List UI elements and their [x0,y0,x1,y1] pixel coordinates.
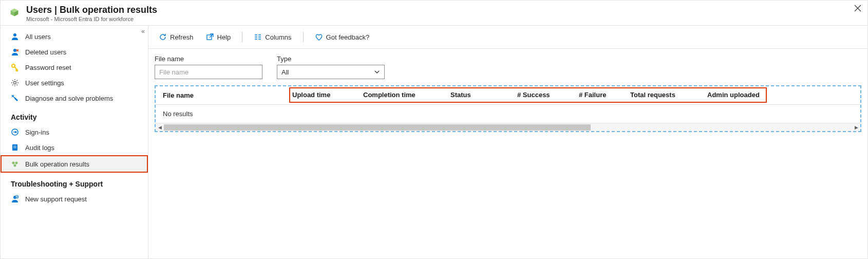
sidebar-item-label: Deleted users [25,48,66,56]
page-subtitle: Microsoft - Microsoft Entra ID for workf… [26,16,157,22]
horizontal-scrollbar[interactable]: ◀ ▶ [156,123,860,131]
user-icon [11,32,19,41]
sidebar-group-troubleshooting: Troubleshooting + Support [1,173,148,191]
sidebar-item-label: Bulk operation results [25,160,89,168]
chevron-down-icon [374,69,380,75]
column-header-upload-time[interactable]: Upload time [289,87,361,103]
columns-label: Columns [265,33,291,41]
heart-icon [315,33,323,41]
refresh-button[interactable]: Refresh [155,31,198,43]
page-title: Users | Bulk operation results [26,5,157,15]
sidebar: « All users Deleted users Password reset… [1,26,148,259]
scroll-track[interactable] [164,124,852,131]
column-header-success[interactable]: # Success [515,87,577,103]
collapse-sidebar-button[interactable]: « [141,28,145,35]
svg-point-3 [14,82,16,84]
svg-point-10 [14,164,16,167]
no-results-message: No results [156,105,860,123]
feedback-button[interactable]: Got feedback? [311,31,374,43]
arrow-circle-icon [11,128,19,136]
scroll-left-arrow[interactable]: ◀ [156,123,164,132]
svg-rect-7 [13,147,16,148]
book-icon [11,143,19,152]
column-header-failure[interactable]: # Failure [577,87,628,103]
svg-rect-13 [207,35,212,40]
toolbar: Refresh Help Columns Got feedback? [148,26,867,49]
svg-point-1 [13,49,16,52]
svg-point-0 [13,33,16,36]
filter-bar: File name Type All [148,49,867,80]
sidebar-item-password-reset[interactable]: Password reset [1,60,148,75]
results-table: File name Upload time Completion time St… [155,85,861,132]
help-label: Help [217,33,231,41]
sidebar-item-sign-ins[interactable]: Sign-ins [1,124,148,140]
page-header: Users | Bulk operation results Microsoft… [1,1,867,26]
column-header-file-name[interactable]: File name [156,86,289,104]
sidebar-item-label: New support request [25,195,87,203]
sidebar-item-diagnose[interactable]: Diagnose and solve problems [1,90,148,106]
sidebar-item-new-support[interactable]: New support request [1,191,148,207]
sidebar-group-activity: Activity [1,106,148,124]
sidebar-item-label: All users [25,33,51,41]
toolbar-separator [303,32,304,42]
key-icon [11,63,19,71]
columns-button[interactable]: Columns [250,31,295,43]
sidebar-item-label: Diagnose and solve problems [25,95,113,102]
type-select[interactable]: All [277,65,385,79]
support-icon [11,195,19,203]
sidebar-item-label: User settings [25,79,64,87]
sidebar-item-label: Password reset [25,64,71,71]
sidebar-item-label: Audit logs [25,144,54,152]
scroll-thumb[interactable] [164,124,591,131]
column-header-completion-time[interactable]: Completion time [361,87,448,103]
columns-icon [254,33,262,41]
scroll-right-arrow[interactable]: ▶ [852,123,860,132]
column-header-admin[interactable]: Admin uploaded [705,87,767,103]
user-x-icon [11,48,19,56]
close-icon [854,5,861,12]
sidebar-item-user-settings[interactable]: User settings [1,75,148,90]
external-link-icon [206,33,214,41]
wrench-icon [11,94,19,102]
column-header-status[interactable]: Status [448,87,515,103]
filename-filter-label: File name [155,55,262,63]
refresh-label: Refresh [170,33,194,41]
sidebar-item-audit-logs[interactable]: Audit logs [1,140,148,155]
column-header-total[interactable]: Total requests [628,87,705,103]
svg-point-9 [15,162,18,164]
filename-input[interactable] [155,65,262,79]
sidebar-item-deleted-users[interactable]: Deleted users [1,44,148,60]
toolbar-separator [242,32,242,42]
help-button[interactable]: Help [202,31,235,43]
main-content: Refresh Help Columns Got feedback? File … [148,26,867,259]
feedback-label: Got feedback? [326,33,370,41]
type-filter-label: Type [277,55,385,63]
refresh-icon [159,33,167,41]
table-header-row: File name Upload time Completion time St… [156,86,860,105]
bulk-icon [11,160,19,168]
type-select-value: All [281,68,289,76]
close-button[interactable] [854,5,861,13]
svg-point-8 [12,162,15,164]
product-logo-icon [9,8,20,19]
gear-icon [11,79,19,87]
sidebar-item-label: Sign-ins [25,128,49,136]
sidebar-item-all-users[interactable]: All users [1,29,148,44]
sidebar-item-bulk-results[interactable]: Bulk operation results [1,155,148,173]
svg-rect-6 [13,146,16,146]
